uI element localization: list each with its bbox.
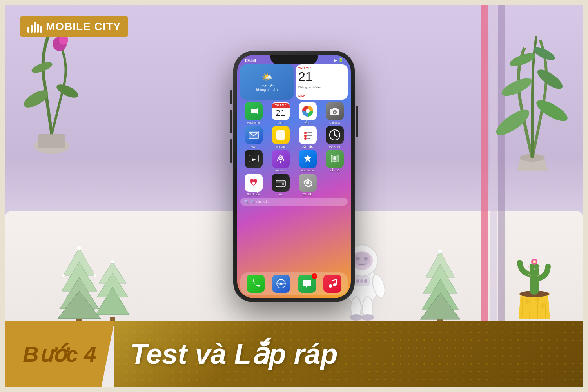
svg-rect-78 <box>278 133 284 133</box>
status-time: 09:56 <box>245 58 256 63</box>
app-camera[interactable]: Camera <box>321 102 348 124</box>
svg-point-42 <box>356 279 359 283</box>
banner-title-container: Test và Lắp ráp <box>114 321 583 387</box>
dock-music[interactable] <box>323 275 341 293</box>
app-mail[interactable]: Mail <box>240 126 267 148</box>
logo-container: MOBILE CITY <box>20 16 128 37</box>
widget-weather[interactable]: 🌤️ Thời tiết không có sẵn <box>240 64 294 100</box>
svg-point-33 <box>356 257 360 261</box>
app-health[interactable]: Sức khỏe <box>240 174 267 196</box>
reminders-label: Lời nhắc <box>301 145 313 148</box>
calendar-event: Không có sự kiện <box>298 86 345 89</box>
svg-point-65 <box>535 66 565 93</box>
messages-badge: ! <box>312 273 317 279</box>
svg-rect-80 <box>278 137 281 137</box>
svg-rect-91 <box>249 155 258 162</box>
svg-point-16 <box>62 274 65 277</box>
xmas-tree-right-1 <box>419 244 462 326</box>
app-reminders[interactable]: Lời nhắc <box>294 126 321 148</box>
bar-2 <box>31 25 33 33</box>
weather-icon: 🌤️ <box>262 72 272 82</box>
widgets-row: 🌤️ Thời tiết không có sẵn THỨ TƯ 21 Khôn… <box>240 64 348 100</box>
bar-3 <box>34 22 36 33</box>
appstore-label: App Store <box>301 169 314 172</box>
svg-rect-93 <box>280 161 281 163</box>
calendar-day-num: 21 <box>298 70 345 83</box>
svg-point-32 <box>353 252 370 266</box>
maps-label: Bản đồ <box>330 169 339 172</box>
svg-point-70 <box>306 109 310 113</box>
camera-icon <box>326 102 344 120</box>
svg-point-22 <box>111 260 114 263</box>
podcasts-icon <box>272 150 290 168</box>
svg-point-94 <box>333 157 336 160</box>
app-maps[interactable]: Bản đồ <box>321 150 348 172</box>
dock-messages[interactable]: ! <box>298 275 316 293</box>
facetime-label: FaceTime <box>247 121 260 124</box>
wallet-label: Ví <box>279 193 282 196</box>
svg-point-15 <box>77 246 81 250</box>
calendar-app-label: Lịch <box>278 121 283 124</box>
app-notes[interactable]: Ghi chú <box>267 126 294 148</box>
cactus-pot <box>513 243 556 321</box>
dock-phone[interactable] <box>247 275 265 293</box>
bar-1 <box>27 27 29 33</box>
app-appstore[interactable]: App Store <box>294 150 321 172</box>
svg-point-3 <box>55 82 80 100</box>
svg-point-81 <box>304 132 307 134</box>
app-clock[interactable]: Đồng hồ <box>321 126 348 148</box>
app-grid: FaceTime THỨ TƯ 21 Lịch <box>240 102 348 196</box>
photos-icon <box>299 102 317 120</box>
battery-icon: 🔋 <box>338 58 343 62</box>
ios-content: 🌤️ Thời tiết không có sẵn THỨ TƯ 21 Khôn… <box>237 63 351 210</box>
svg-point-74 <box>334 111 335 113</box>
bottom-banner: Bước 4 Test và Lắp ráp <box>5 321 583 387</box>
calendar-label: Lịch <box>298 94 345 97</box>
phone-outer: 09:56 ▶ 🔋 🌤️ Thời tiết không có sẵ <box>233 51 355 302</box>
banner-dot-pattern <box>114 321 583 387</box>
plant-right-big <box>493 24 572 173</box>
svg-line-109 <box>332 279 336 281</box>
notes-icon <box>272 126 290 144</box>
svg-point-43 <box>360 279 363 283</box>
bar-4 <box>37 24 39 33</box>
svg-point-28 <box>438 249 442 253</box>
notes-label: Ghi chú <box>276 145 286 148</box>
phone-notch <box>270 55 318 64</box>
tv-icon <box>245 150 263 168</box>
phone-wrapper: 09:56 ▶ 🔋 🌤️ Thời tiết không có sẵ <box>233 28 355 325</box>
app-settings[interactable]: Cài đặt <box>294 174 321 196</box>
podcasts-label: Podcast <box>275 169 286 172</box>
svg-point-99 <box>282 183 284 185</box>
reminders-icon <box>299 126 317 144</box>
svg-point-100 <box>306 181 309 184</box>
svg-point-83 <box>304 135 307 137</box>
app-tv[interactable]: TV <box>240 150 267 172</box>
settings-icon <box>299 174 317 192</box>
plant-left-big <box>13 20 91 158</box>
svg-point-60 <box>533 260 536 263</box>
wallet-icon <box>272 174 290 192</box>
app-podcasts[interactable]: Podcast <box>267 150 294 172</box>
widget-calendar[interactable]: THỨ TƯ 21 Không có sự kiện Lịch <box>296 64 348 100</box>
app-photos[interactable]: Ảnh <box>294 102 321 124</box>
search-bar[interactable]: 🔍 🔍 Tìm kiếm <box>240 198 348 206</box>
app-calendar[interactable]: THỨ TƯ 21 Lịch <box>267 102 294 124</box>
dock: ! <box>240 272 348 295</box>
bar-5 <box>40 26 42 33</box>
weather-status: không có sẵn <box>256 88 278 92</box>
photos-label: Ảnh <box>305 121 310 124</box>
svg-rect-79 <box>278 135 284 135</box>
camera-label: Camera <box>329 121 340 124</box>
main-container: MOBILE CITY 09:56 ▶ 🔋 <box>0 0 588 392</box>
dock-safari[interactable] <box>272 275 290 293</box>
app-wallet[interactable]: Ví <box>267 174 294 196</box>
app-facetime[interactable]: FaceTime <box>240 102 267 124</box>
signal-icon: ▶ <box>334 58 337 62</box>
facetime-icon <box>245 102 263 120</box>
clock-label: Đồng hồ <box>328 145 340 148</box>
svg-point-85 <box>304 137 307 140</box>
health-icon <box>245 174 263 192</box>
svg-rect-86 <box>307 138 310 139</box>
svg-marker-68 <box>251 109 255 113</box>
